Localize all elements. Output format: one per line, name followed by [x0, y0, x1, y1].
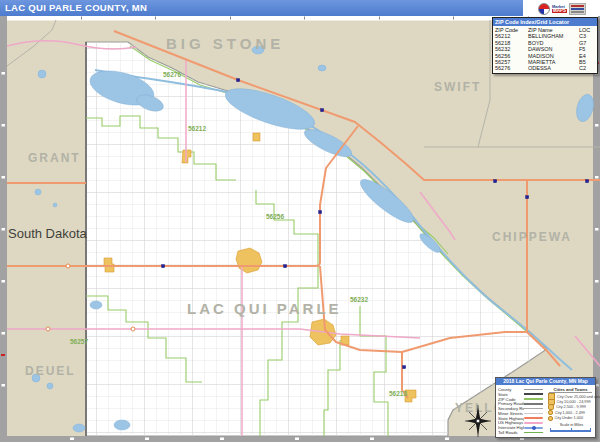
zip-label-56232: 56232: [350, 296, 368, 303]
state-highway-swatch: [524, 417, 543, 419]
county-label-deuel: DEUEL: [25, 364, 76, 378]
county-label-grant: GRANT: [28, 151, 81, 165]
zip-cell: 56276: [495, 65, 528, 71]
county-label-big-stone: BIG STONE: [166, 35, 284, 52]
map-legend: 2018 Lac Qui Parle County, MN Map County…: [495, 377, 596, 438]
zip-label-56256: 56256: [266, 213, 284, 220]
us-highway-swatch: [524, 422, 543, 424]
map-page: BIG STONE SWIFT GRANT South Dakota CHIPP…: [0, 0, 600, 442]
primary-road-swatch: [524, 403, 543, 405]
page-title: LAC QUI PARLE COUNTY, MN: [0, 0, 523, 16]
state-line-swatch: [524, 393, 543, 395]
logo-badge: [569, 3, 586, 15]
legend-line-symbols: County State ZIP Code Primary Roads Seco…: [496, 385, 548, 435]
zip-code-index-table: ZIP Code Index/Grid Locator ZIP Code ZIP…: [492, 17, 598, 74]
logo-globe-icon: [538, 3, 550, 15]
zip-table-title: ZIP Code Index/Grid Locator: [493, 18, 597, 26]
county-label-swift: SWIFT: [434, 80, 481, 94]
city-size-label: City Over 25,000 and above: [557, 395, 600, 399]
legend-label: Toll Roads: [498, 430, 524, 435]
cities-header: Cities and Towns: [549, 387, 592, 393]
interstate-swatch: [524, 427, 543, 429]
city-size-label: City Under 1,000: [555, 416, 584, 420]
state-label-south-dakota: South Dakota: [8, 226, 88, 241]
city-size-label: City 1,000 - 2,499: [555, 411, 585, 415]
minor-street-swatch: [524, 413, 543, 414]
logo-brand-bottom: MAPS: [552, 9, 567, 13]
toll-road-swatch: [524, 432, 543, 434]
city-size-label: City 10,000 - 24,999: [557, 400, 591, 404]
legend-title: 2018 Lac Qui Parle County, MN Map: [496, 378, 595, 385]
zip-label-56257: 56257: [70, 338, 88, 345]
zip-label-56276: 56276: [163, 71, 181, 78]
marketmaps-logo[interactable]: Market MAPS: [538, 1, 598, 17]
zip-name-cell: ODESSA: [528, 65, 579, 71]
county-label-lac-qui-parle: LAC QUI PARLE: [187, 300, 342, 317]
zip-label-56218: 56218: [389, 390, 407, 397]
legend-cities: Cities and Towns City Over 25,000 and ab…: [548, 385, 595, 435]
loc-cell: C2: [579, 65, 595, 71]
zip-line-swatch: [524, 398, 543, 399]
city-size-icon: [548, 416, 553, 421]
county-label-chippewa: CHIPPEWA: [492, 230, 572, 244]
city-size-label: City 2,500 - 9,999: [556, 405, 586, 409]
zip-label-56212: 56212: [188, 125, 206, 132]
county-line-swatch: [524, 389, 543, 390]
scale-label: Scale in Miles: [548, 423, 595, 427]
secondary-road-swatch: [524, 408, 543, 409]
scale-bar: [550, 428, 591, 433]
